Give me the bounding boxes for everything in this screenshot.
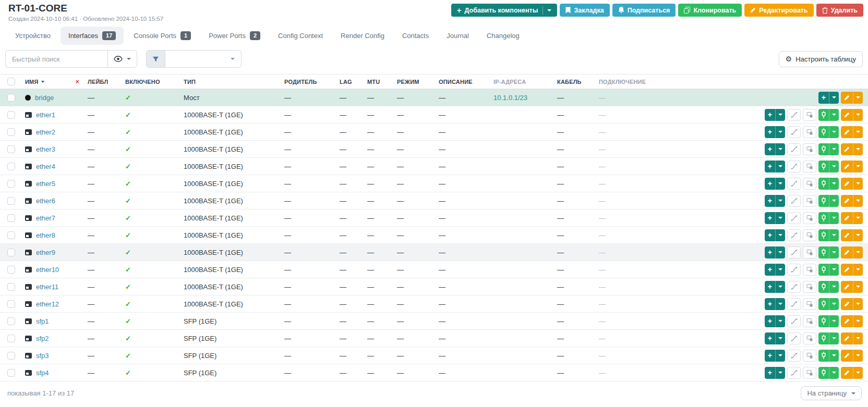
edit-interface-button[interactable] bbox=[841, 109, 863, 121]
edit-cable-button[interactable] bbox=[803, 178, 816, 190]
subscribe-button[interactable]: Подписаться bbox=[612, 4, 676, 17]
tab-journal[interactable]: Journal bbox=[439, 27, 477, 44]
trace-cable-button[interactable] bbox=[787, 212, 801, 224]
column-header-enabled[interactable]: ВКЛЮЧЕНО bbox=[125, 79, 160, 85]
connect-cable-button[interactable] bbox=[818, 195, 839, 207]
trace-cable-button[interactable] bbox=[787, 126, 801, 138]
edit-interface-button[interactable] bbox=[841, 367, 863, 379]
column-header-label[interactable]: ЛЕЙБЛ bbox=[88, 79, 108, 85]
tab-changelog[interactable]: Changelog bbox=[479, 27, 527, 44]
trace-cable-button[interactable] bbox=[787, 350, 801, 362]
tab-render-config[interactable]: Render Config bbox=[333, 27, 392, 44]
edit-interface-button[interactable] bbox=[841, 350, 863, 362]
edit-interface-button[interactable] bbox=[841, 195, 863, 207]
row-checkbox[interactable] bbox=[7, 163, 15, 170]
row-checkbox[interactable] bbox=[7, 249, 15, 256]
connect-cable-button[interactable] bbox=[818, 109, 839, 121]
add-child-button[interactable]: + bbox=[765, 143, 785, 155]
connect-cable-button[interactable] bbox=[818, 212, 839, 224]
edit-interface-button[interactable] bbox=[841, 92, 863, 104]
edit-button[interactable]: Редактировать bbox=[744, 4, 813, 17]
column-header-description[interactable]: ОПИСАНИЕ bbox=[439, 79, 473, 85]
row-checkbox[interactable] bbox=[7, 352, 15, 360]
edit-cable-button[interactable] bbox=[803, 195, 816, 207]
trace-cable-button[interactable] bbox=[787, 264, 801, 276]
trace-cable-button[interactable] bbox=[787, 332, 801, 344]
connect-cable-button[interactable] bbox=[818, 178, 839, 190]
clone-button[interactable]: Клонировать bbox=[678, 4, 742, 17]
saved-filters-button[interactable] bbox=[107, 50, 137, 68]
column-header-cable[interactable]: КАБЕЛЬ bbox=[557, 79, 582, 85]
edit-cable-button[interactable] bbox=[803, 367, 816, 379]
row-checkbox[interactable] bbox=[7, 145, 15, 153]
interface-link[interactable]: bridge bbox=[35, 94, 54, 102]
edit-cable-button[interactable] bbox=[803, 332, 816, 344]
trace-cable-button[interactable] bbox=[787, 246, 801, 258]
row-checkbox[interactable] bbox=[7, 266, 15, 274]
interface-link[interactable]: sfp2 bbox=[36, 335, 49, 342]
clear-sort-button[interactable]: × bbox=[76, 78, 79, 85]
add-child-button[interactable]: + bbox=[765, 315, 785, 327]
delete-button[interactable]: Удалить bbox=[816, 4, 863, 17]
row-checkbox[interactable] bbox=[7, 300, 15, 308]
interface-link[interactable]: sfp3 bbox=[36, 352, 49, 360]
column-header-ip[interactable]: IP-АДРЕСА bbox=[493, 79, 526, 85]
column-header-mtu[interactable]: MTU bbox=[367, 79, 380, 85]
tab-console-ports[interactable]: Console Ports1 bbox=[126, 27, 199, 45]
edit-interface-button[interactable] bbox=[841, 229, 863, 241]
select-all-checkbox[interactable] bbox=[7, 78, 15, 85]
edit-cable-button[interactable] bbox=[803, 264, 816, 276]
connect-cable-button[interactable] bbox=[818, 246, 839, 258]
filter-button[interactable] bbox=[146, 50, 165, 68]
interface-link[interactable]: ether11 bbox=[36, 283, 58, 291]
edit-interface-button[interactable] bbox=[841, 332, 863, 344]
add-components-button[interactable]: + Добавить компоненты bbox=[451, 4, 558, 17]
search-input[interactable] bbox=[5, 50, 107, 68]
column-header-lag[interactable]: LAG bbox=[340, 79, 352, 85]
edit-cable-button[interactable] bbox=[803, 161, 816, 172]
connect-cable-button[interactable] bbox=[818, 315, 839, 327]
filter-select[interactable] bbox=[165, 50, 242, 68]
edit-cable-button[interactable] bbox=[803, 143, 816, 155]
configure-table-button[interactable]: ⚙ Настроить таблицу bbox=[779, 51, 863, 67]
add-child-button[interactable]: + bbox=[765, 264, 785, 276]
connect-cable-button[interactable] bbox=[818, 281, 839, 293]
interface-link[interactable]: ether10 bbox=[36, 266, 59, 274]
add-child-button[interactable]: + bbox=[765, 298, 785, 310]
bookmark-button[interactable]: Закладка bbox=[560, 4, 609, 17]
edit-cable-button[interactable] bbox=[803, 109, 816, 121]
column-header-mode[interactable]: РЕЖИМ bbox=[397, 79, 419, 85]
row-checkbox[interactable] bbox=[7, 283, 15, 291]
interface-link[interactable]: ether8 bbox=[36, 231, 55, 239]
column-header-name[interactable]: ИМЯ bbox=[25, 79, 39, 85]
interface-link[interactable]: ether4 bbox=[36, 163, 55, 170]
interface-link[interactable]: ether6 bbox=[36, 197, 55, 205]
edit-interface-button[interactable] bbox=[841, 281, 863, 293]
column-header-type[interactable]: ТИП bbox=[184, 79, 196, 85]
add-child-button[interactable]: + bbox=[765, 109, 785, 121]
edit-interface-button[interactable] bbox=[841, 126, 863, 138]
trace-cable-button[interactable] bbox=[787, 143, 801, 155]
edit-interface-button[interactable] bbox=[841, 178, 863, 190]
edit-cable-button[interactable] bbox=[803, 246, 816, 258]
tab-устройство[interactable]: Устройство bbox=[7, 27, 58, 44]
add-components-dropdown[interactable] bbox=[542, 6, 551, 15]
tab-power-ports[interactable]: Power Ports2 bbox=[201, 27, 268, 45]
interface-link[interactable]: sfp1 bbox=[36, 317, 49, 325]
column-header-connection[interactable]: ПОДКЛЮЧЕНИЕ bbox=[599, 79, 646, 85]
row-checkbox[interactable] bbox=[7, 94, 15, 102]
connect-cable-button[interactable] bbox=[818, 367, 839, 379]
trace-cable-button[interactable] bbox=[787, 161, 801, 172]
row-checkbox[interactable] bbox=[7, 214, 15, 222]
edit-cable-button[interactable] bbox=[803, 315, 816, 327]
row-checkbox[interactable] bbox=[7, 111, 15, 119]
edit-interface-button[interactable] bbox=[841, 298, 863, 310]
add-child-button[interactable]: + bbox=[765, 161, 785, 172]
interface-link[interactable]: ether5 bbox=[36, 180, 55, 188]
trace-cable-button[interactable] bbox=[787, 195, 801, 207]
edit-interface-button[interactable] bbox=[841, 246, 863, 258]
edit-cable-button[interactable] bbox=[803, 229, 816, 241]
connect-cable-button[interactable] bbox=[818, 143, 839, 155]
row-checkbox[interactable] bbox=[7, 128, 15, 136]
add-child-button[interactable]: + bbox=[765, 281, 785, 293]
